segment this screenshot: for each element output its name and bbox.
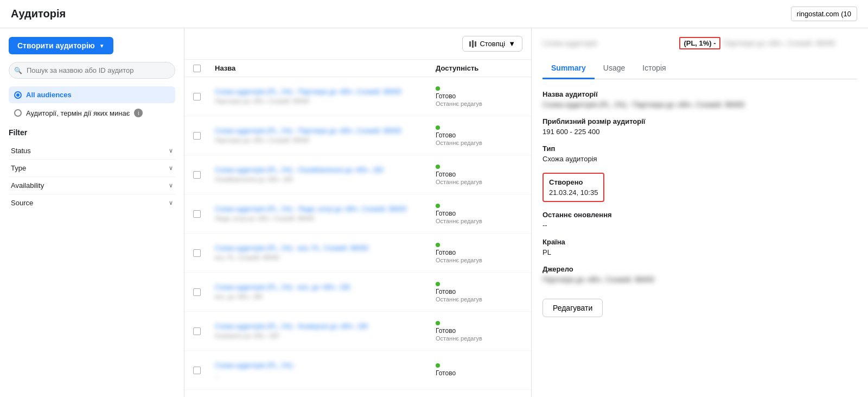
source-label: Джерело [542, 265, 857, 273]
filter-availability[interactable]: Availability ∨ [9, 177, 175, 194]
columns-label: Стовпці [480, 40, 505, 48]
status-dot-icon [436, 243, 440, 247]
row-checkbox[interactable] [193, 288, 201, 296]
audience-name-section: Назва аудиторії Схожа аудиторія (PL, 1%)… [542, 90, 857, 109]
country-section: Країна PL [542, 238, 857, 256]
table-row[interactable]: Схожа аудиторія (PL, 1%) - все, до «80»,… [184, 273, 531, 312]
row-name-secondary: Люди, котрі до «80», Схожий. 98400 [215, 215, 431, 222]
status-ready: Готово [436, 92, 522, 100]
row-name-secondary: Конверсія до «80», 180 [215, 332, 431, 339]
main-layout: Створити аудиторію ▼ 🔍 All audiences Ауд… [0, 28, 868, 397]
size-label: Приблизний розмір аудиторії [542, 117, 857, 125]
expiring-option[interactable]: Аудиторії, термін дії яких минає i [9, 105, 175, 121]
chevron-down-icon: ∨ [169, 199, 173, 206]
filter-type[interactable]: Type ∨ [9, 160, 175, 177]
dropdown-arrow-icon: ▼ [99, 43, 105, 49]
row-name-secondary: Ознайомлення до «80», 180 [215, 175, 431, 183]
table-toolbar: Стовпці ▼ [184, 28, 531, 60]
status-ready: Готово [436, 288, 522, 295]
status-ready: Готово [436, 210, 522, 217]
tab-history[interactable]: Історія [634, 58, 674, 79]
country-value: PL [542, 248, 857, 256]
all-audiences-option[interactable]: All audiences [9, 86, 175, 103]
row-checkbox[interactable] [193, 249, 201, 257]
table-row[interactable]: Схожа аудиторія (PL, 1%) - все, PL, Схож… [184, 234, 531, 273]
search-input[interactable] [9, 62, 175, 79]
row-name-secondary: все, PL, Схожий. 98400 [215, 254, 431, 261]
status-dot-icon [436, 363, 440, 368]
filter-availability-label: Availability [11, 181, 44, 190]
status-dot-icon [436, 204, 440, 208]
created-box: Створено 21.03.24, 10:35 [542, 173, 604, 202]
status-edit: Останнє редагув [436, 100, 522, 107]
row-checkbox[interactable] [193, 93, 201, 100]
row-name-primary: Схожа аудиторія (PL, 1%) - Конверсія до … [215, 323, 431, 331]
columns-icon [469, 40, 476, 48]
status-ready: Готово [436, 369, 522, 377]
status-ready: Готово [436, 327, 522, 335]
detail-header: Схожа аудиторія (PL, 1%) - Партнери до «… [542, 37, 857, 49]
row-checkbox[interactable] [193, 171, 201, 179]
account-selector[interactable]: ringostat.com (10 [791, 7, 857, 21]
filter-source[interactable]: Source ∨ [9, 194, 175, 211]
detail-badge: (PL, 1%) - [679, 37, 720, 49]
status-ready: Готово [436, 131, 522, 139]
row-name-primary: Схожа аудиторія (PL, 1%) - Люди, котрі д… [215, 205, 431, 214]
all-audiences-label: All audiences [26, 91, 72, 99]
status-edit: Останнє редагув [436, 140, 522, 146]
status-dot-icon [436, 86, 440, 91]
created-label: Створено [549, 178, 598, 186]
select-all-checkbox[interactable] [193, 65, 201, 72]
source-value: Партнери до «80», Схожий. 98400 [542, 275, 857, 283]
create-audience-button[interactable]: Створити аудиторію ▼ [9, 37, 113, 54]
status-edit: Останнє редагув [436, 296, 522, 303]
country-label: Країна [542, 238, 857, 246]
audience-name-value: Схожа аудиторія (PL, 1%) - Партнери до «… [542, 100, 857, 109]
created-section: Створено 21.03.24, 10:35 [542, 172, 857, 202]
table-area: Стовпці ▼ Назва Доступність Схожа аудито… [184, 28, 532, 397]
radio-all-audiences [14, 91, 22, 99]
chevron-down-icon: ∨ [169, 165, 173, 172]
size-value: 191 600 - 225 400 [542, 128, 857, 136]
status-dot-icon [436, 321, 440, 325]
filter-type-label: Type [11, 164, 26, 172]
type-value: Схожа аудиторія [542, 155, 857, 163]
table-row[interactable]: Схожа аудиторія (PL, 1%) - Партнери до «… [184, 77, 531, 116]
search-box: 🔍 [9, 62, 175, 79]
row-name-secondary: Партнери до «80», Схожий. 98400 [215, 97, 431, 105]
source-section: Джерело Партнери до «80», Схожий. 98400 [542, 265, 857, 283]
info-icon: i [134, 109, 143, 117]
row-checkbox[interactable] [193, 210, 201, 218]
table-row[interactable]: Схожа аудиторія (PL, 1%) - ... Готово [184, 351, 531, 390]
tab-usage[interactable]: Usage [595, 58, 634, 79]
radio-expiring [14, 109, 22, 117]
header-checkbox-cell [193, 64, 215, 72]
status-edit: Останнє редагув [436, 257, 522, 263]
table-row[interactable]: Схожа аудиторія (PL, 1%) - Конверсія до … [184, 312, 531, 351]
last-update-value: -- [542, 221, 857, 229]
search-icon: 🔍 [14, 67, 22, 74]
table-row[interactable]: Схожа аудиторія (PL, 1%) - Люди, котрі д… [184, 194, 531, 234]
row-name-primary: Схожа аудиторія (PL, 1%) - все, PL, Схож… [215, 244, 431, 253]
table-row[interactable]: Схожа аудиторія (PL, 1%) - Ознайомлення … [184, 155, 531, 194]
filter-status[interactable]: Status ∨ [9, 142, 175, 160]
type-label: Тип [542, 144, 857, 153]
status-edit: Останнє редагув [436, 335, 522, 342]
sidebar: Створити аудиторію ▼ 🔍 All audiences Ауд… [0, 28, 184, 397]
audience-name-label: Назва аудиторії [542, 90, 857, 98]
last-update-section: Останнє оновлення -- [542, 211, 857, 229]
columns-button[interactable]: Стовпці ▼ [462, 36, 522, 52]
row-checkbox[interactable] [193, 367, 201, 374]
tab-summary[interactable]: Summary [542, 58, 595, 79]
status-ready: Готово [436, 171, 522, 178]
size-section: Приблизний розмір аудиторії 191 600 - 22… [542, 117, 857, 136]
col-name-header: Назва [215, 64, 436, 72]
detail-title-before: Схожа аудиторія [542, 39, 676, 47]
row-checkbox[interactable] [193, 327, 201, 335]
chevron-down-icon: ∨ [169, 147, 173, 154]
created-value: 21.03.24, 10:35 [549, 188, 598, 197]
row-checkbox[interactable] [193, 132, 201, 140]
expiring-label: Аудиторії, термін дії яких минає [26, 109, 130, 117]
edit-button[interactable]: Редагувати [542, 299, 603, 317]
table-row[interactable]: Схожа аудиторія (PL, 1%) - Партнери до «… [184, 116, 531, 155]
